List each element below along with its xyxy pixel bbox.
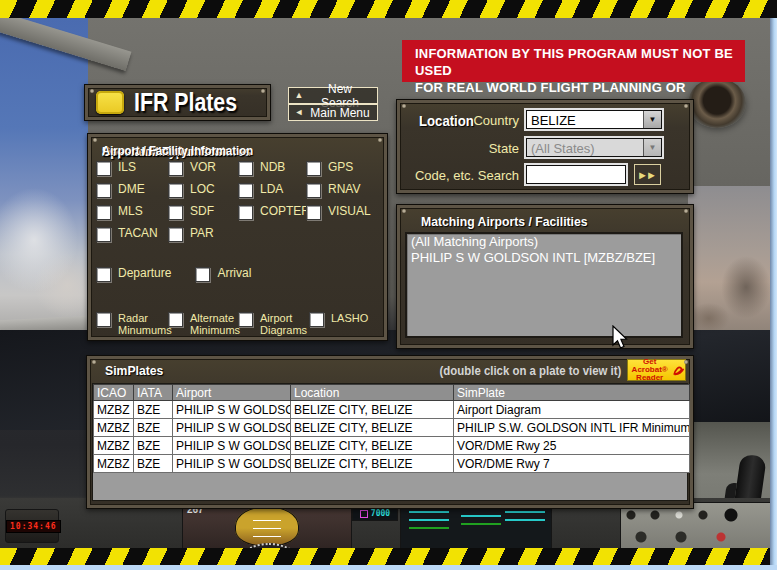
- cockpit-window-right: [688, 186, 771, 334]
- checkbox-box[interactable]: [168, 312, 183, 327]
- table-cell[interactable]: VOR/DME Rwy 7: [454, 455, 690, 473]
- checkbox-box[interactable]: [168, 183, 183, 198]
- checkbox-box[interactable]: [96, 227, 111, 242]
- checkbox-lasho[interactable]: LASHO: [309, 312, 380, 336]
- checkbox-box[interactable]: [306, 205, 321, 220]
- checkbox-tacan[interactable]: TACAN: [96, 227, 158, 242]
- checkbox-departure[interactable]: Departure: [96, 267, 171, 282]
- checkbox-box[interactable]: [168, 227, 183, 242]
- table-cell[interactable]: BELIZE CITY, BELIZE: [291, 419, 454, 437]
- checkbox-vor[interactable]: VOR: [168, 161, 216, 176]
- table-row[interactable]: MZBZBZEPHILIP S W GOLDSON INBELIZE CITY,…: [94, 437, 690, 455]
- approach-type-panel: Approach Type / Features ILSDMEMLSTACANV…: [87, 133, 388, 341]
- table-cell[interactable]: MZBZ: [94, 455, 134, 473]
- special-minimums-row: Radar MinumumsAlternate Minimums: [96, 312, 238, 336]
- column-header-airport[interactable]: Airport: [173, 385, 291, 401]
- country-dropdown[interactable]: BELIZE ▼: [526, 110, 662, 129]
- hazard-stripe-bottom: [0, 548, 777, 565]
- table-cell[interactable]: BZE: [134, 455, 173, 473]
- table-cell[interactable]: MZBZ: [94, 419, 134, 437]
- table-row[interactable]: MZBZBZEPHILIP S W GOLDSON INBELIZE CITY,…: [94, 401, 690, 419]
- checkbox-box[interactable]: [238, 205, 253, 220]
- checkbox-lda[interactable]: LDA: [238, 183, 310, 198]
- altitude-value: 7000: [371, 509, 390, 518]
- code-search-input[interactable]: [526, 165, 626, 184]
- table-cell[interactable]: BZE: [134, 437, 173, 455]
- simplates-heading: SimPlates: [105, 363, 163, 378]
- checkbox-arrival[interactable]: Arrival: [195, 267, 251, 282]
- warning-banner: INFORMATION BY THIS PROGRAM MUST NOT BE …: [402, 40, 745, 82]
- checkbox-box[interactable]: [168, 161, 183, 176]
- code-search-label: Code, etc. Search: [397, 168, 519, 183]
- checkbox-rnav[interactable]: RNAV: [306, 183, 371, 198]
- checkbox-label: PAR: [190, 227, 214, 240]
- table-cell[interactable]: BELIZE CITY, BELIZE: [291, 437, 454, 455]
- checkbox-box[interactable]: [168, 205, 183, 220]
- checkbox-box[interactable]: [238, 183, 253, 198]
- table-header-row: ICAOIATAAirportLocationSimPlate: [94, 385, 690, 401]
- table-cell[interactable]: BELIZE CITY, BELIZE: [291, 401, 454, 419]
- checkbox-par[interactable]: PAR: [168, 227, 216, 242]
- search-go-button[interactable]: ►►: [634, 164, 661, 185]
- checkbox-box[interactable]: [306, 183, 321, 198]
- table-cell[interactable]: PHILIP S W GOLDSON IN: [173, 455, 291, 473]
- state-value: (All States): [527, 139, 643, 156]
- approach-column: VORLOCSDFPAR: [168, 161, 216, 242]
- checkbox-ndb[interactable]: NDB: [238, 161, 310, 176]
- table-cell[interactable]: PHILIP S W GOLDSON IN: [173, 419, 291, 437]
- radio-stack: [620, 502, 772, 551]
- column-header-simplate[interactable]: SimPlate: [454, 385, 690, 401]
- checkbox-box[interactable]: [306, 161, 321, 176]
- main-menu-button[interactable]: ◄ Main Menu: [288, 104, 378, 121]
- checkbox-label: LASHO: [331, 312, 368, 324]
- checkbox-ils[interactable]: ILS: [96, 161, 158, 176]
- checkbox-sdf[interactable]: SDF: [168, 205, 216, 220]
- table-cell[interactable]: VOR/DME Rwy 25: [454, 437, 690, 455]
- checkbox-mls[interactable]: MLS: [96, 205, 158, 220]
- column-header-iata[interactable]: IATA: [134, 385, 173, 401]
- checkbox-box[interactable]: [96, 312, 111, 327]
- matching-airports-list[interactable]: (All Matching Airports)PHILIP S W GOLDSO…: [405, 232, 683, 338]
- checkbox-airport-diagrams[interactable]: Airport Diagrams: [238, 312, 309, 336]
- table-cell[interactable]: PHILIP S W GOLDSON IN: [173, 401, 291, 419]
- departures-row: DepartureArrival: [96, 267, 251, 282]
- checkbox-visual[interactable]: VISUAL: [306, 205, 371, 220]
- table-cell[interactable]: BELIZE CITY, BELIZE: [291, 455, 454, 473]
- approach-column: ILSDMEMLSTACAN: [96, 161, 158, 242]
- table-row[interactable]: MZBZBZEPHILIP S W GOLDSON INBELIZE CITY,…: [94, 419, 690, 437]
- checkbox-box[interactable]: [96, 205, 111, 220]
- checkbox-loc[interactable]: LOC: [168, 183, 216, 198]
- get-acrobat-reader-badge[interactable]: Get Acrobat® Reader: [627, 359, 686, 381]
- table-cell[interactable]: BZE: [134, 401, 173, 419]
- table-cell[interactable]: PHILIP S W GOLDSON IN: [173, 437, 291, 455]
- table-row[interactable]: MZBZBZEPHILIP S W GOLDSON INBELIZE CITY,…: [94, 455, 690, 473]
- table-cell[interactable]: MZBZ: [94, 401, 134, 419]
- main-menu-label: Main Menu: [309, 106, 377, 120]
- new-search-button[interactable]: ▲ New Search: [288, 87, 378, 104]
- checkbox-dme[interactable]: DME: [96, 183, 158, 198]
- table-cell[interactable]: Airport Diagram: [454, 401, 690, 419]
- checkbox-gps[interactable]: GPS: [306, 161, 371, 176]
- checkbox-copter[interactable]: COPTER: [238, 205, 310, 220]
- state-dropdown[interactable]: (All States) ▼: [526, 138, 662, 157]
- airport-list-item[interactable]: PHILIP S W GOLDSON INTL [MZBZ/BZE]: [407, 250, 681, 266]
- cockpit-window-left: [0, 18, 88, 333]
- checkbox-box[interactable]: [195, 267, 210, 282]
- checkbox-box[interactable]: [309, 312, 324, 327]
- chevron-down-icon[interactable]: ▼: [643, 111, 661, 128]
- checkbox-box[interactable]: [238, 312, 253, 327]
- table-cell[interactable]: MZBZ: [94, 437, 134, 455]
- column-header-location[interactable]: Location: [291, 385, 454, 401]
- plates-table: ICAOIATAAirportLocationSimPlate MZBZBZEP…: [93, 384, 690, 473]
- app-icon: [96, 91, 124, 114]
- table-cell[interactable]: PHILIP S.W. GOLDSON INTL IFR Minimums an: [454, 419, 690, 437]
- checkbox-radar-minumums[interactable]: Radar Minumums: [96, 312, 168, 336]
- airport-list-item[interactable]: (All Matching Airports): [407, 234, 681, 250]
- checkbox-box[interactable]: [96, 161, 111, 176]
- column-header-icao[interactable]: ICAO: [94, 385, 134, 401]
- table-cell[interactable]: BZE: [134, 419, 173, 437]
- checkbox-alternate-minimums[interactable]: Alternate Minimums: [168, 312, 238, 336]
- checkbox-box[interactable]: [96, 267, 111, 282]
- checkbox-box[interactable]: [96, 183, 111, 198]
- checkbox-box[interactable]: [238, 161, 253, 176]
